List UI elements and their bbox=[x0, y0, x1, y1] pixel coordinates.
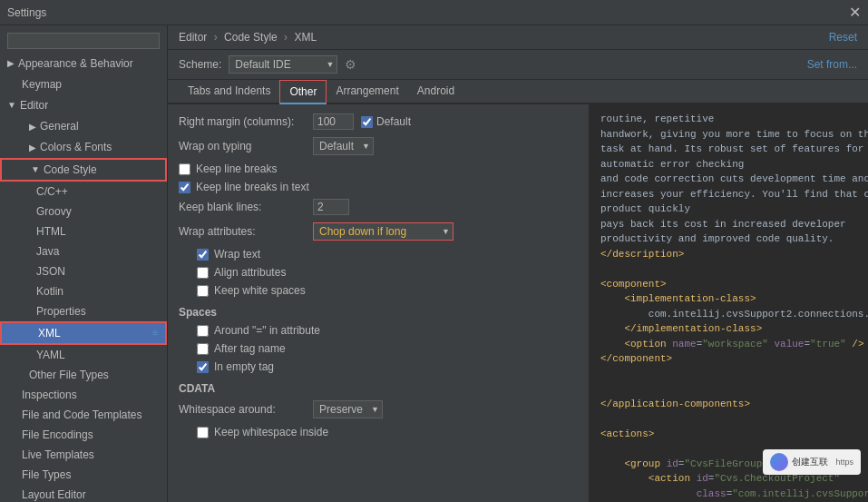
keep-blank-lines-label: Keep blank lines: bbox=[179, 201, 306, 213]
watermark-url: https bbox=[835, 458, 853, 467]
sidebar-item-html[interactable]: HTML bbox=[0, 221, 167, 241]
code-line-4: automatic error checking bbox=[600, 157, 857, 172]
whitespace-around-label: Whitespace around: bbox=[179, 403, 306, 416]
keep-line-breaks-checkbox[interactable] bbox=[179, 163, 190, 175]
arrow-icon-general: ▶ bbox=[29, 122, 36, 132]
tab-tabs-indents[interactable]: Tabs and Indents bbox=[179, 80, 279, 104]
sidebar-item-other-file-types[interactable]: Other File Types bbox=[0, 365, 167, 385]
sidebar-item-properties[interactable]: Properties bbox=[0, 301, 167, 321]
right-margin-input[interactable] bbox=[313, 113, 354, 130]
code-line-7: product quickly bbox=[600, 202, 857, 217]
titlebar: Settings ✕ bbox=[0, 0, 868, 25]
breadcrumb-sep2: › bbox=[284, 31, 288, 44]
wrap-text-label: Wrap text bbox=[214, 248, 260, 261]
wrap-attributes-row: Wrap attributes: Chop down if long Do no… bbox=[179, 222, 578, 241]
sidebar-item-editor[interactable]: ▼ Editor bbox=[0, 94, 167, 116]
code-line-14: </implementation-class> bbox=[600, 321, 857, 337]
keep-whitespace-inside-label: Keep whitespace inside bbox=[214, 426, 328, 438]
xml-indicator: ≡ bbox=[152, 325, 158, 341]
keep-white-spaces-label: Keep white spaces bbox=[214, 284, 306, 297]
whitespace-around-select-wrapper: Preserve bbox=[313, 400, 383, 418]
breadcrumb-xml: XML bbox=[294, 31, 317, 44]
wrap-attributes-select-wrapper: Chop down if long Do not wrap Wrap if lo… bbox=[313, 222, 454, 241]
sidebar-item-appearance[interactable]: ▶ Appearance & Behavior bbox=[0, 53, 167, 74]
watermark-icon bbox=[770, 453, 788, 471]
breadcrumb: Editor › Code Style › XML bbox=[179, 31, 317, 44]
in-empty-tag-checkbox[interactable] bbox=[197, 361, 209, 373]
align-attributes-checkbox[interactable] bbox=[197, 267, 209, 279]
sidebar-item-java[interactable]: Java bbox=[0, 241, 167, 261]
code-line-10: </description> bbox=[600, 247, 857, 262]
code-line-8: pays back its cost in increased develope… bbox=[600, 217, 857, 232]
wrap-attributes-select[interactable]: Chop down if long Do not wrap Wrap if lo… bbox=[313, 222, 454, 241]
sidebar-item-live-templates[interactable]: Live Templates bbox=[0, 445, 167, 465]
code-line-12: <implementation-class> bbox=[600, 291, 857, 307]
keep-line-breaks-text-label: Keep line breaks in text bbox=[196, 181, 309, 193]
code-line-blank1 bbox=[600, 261, 857, 277]
code-preview: routine, repetitive handwork, giving you… bbox=[590, 104, 868, 502]
code-line-blank4 bbox=[600, 411, 857, 427]
arrow-icon-colors: ▶ bbox=[29, 143, 36, 153]
tab-other[interactable]: Other bbox=[279, 80, 327, 104]
breadcrumb-sep1: › bbox=[214, 31, 218, 44]
close-button[interactable]: ✕ bbox=[849, 5, 861, 20]
whitespace-around-select[interactable]: Preserve bbox=[313, 400, 383, 418]
cdata-section-title: CDATA bbox=[179, 382, 578, 395]
sidebar-item-general[interactable]: ▶General bbox=[0, 116, 167, 137]
breadcrumb-editor: Editor bbox=[179, 31, 207, 44]
breadcrumb-code-style: Code Style bbox=[224, 31, 278, 44]
code-line-blank2 bbox=[600, 367, 857, 382]
code-line-6: increases your efficiency. You'll find t… bbox=[600, 187, 857, 202]
right-margin-default-label: Default bbox=[376, 115, 411, 128]
wrap-on-typing-select[interactable]: Default bbox=[313, 137, 374, 155]
sidebar-item-colors-fonts[interactable]: ▶Colors & Fonts bbox=[0, 137, 167, 158]
sidebar: ▶ Appearance & Behavior Keymap ▼ Editor … bbox=[0, 25, 168, 502]
arrow-icon: ▶ bbox=[7, 55, 15, 72]
sidebar-item-groovy[interactable]: Groovy bbox=[0, 202, 167, 221]
sidebar-item-file-types[interactable]: File Types bbox=[0, 465, 167, 485]
sidebar-item-xml[interactable]: XML ≡ bbox=[0, 321, 167, 345]
tab-arrangement[interactable]: Arrangement bbox=[327, 80, 407, 104]
keep-line-breaks-text-checkbox[interactable] bbox=[179, 182, 190, 193]
keep-line-breaks-label: Keep line breaks bbox=[196, 162, 277, 175]
set-from-link[interactable]: Set from... bbox=[807, 58, 857, 71]
sidebar-item-keymap[interactable]: Keymap bbox=[0, 74, 167, 94]
gear-icon[interactable]: ⚙ bbox=[345, 57, 356, 72]
keep-white-spaces-checkbox[interactable] bbox=[197, 285, 209, 297]
sidebar-item-layout-editor[interactable]: Layout Editor bbox=[0, 485, 167, 502]
settings-panel: Right margin (columns): Default Wrap on … bbox=[168, 104, 590, 502]
sidebar-item-file-code-templates[interactable]: File and Code Templates bbox=[0, 405, 167, 425]
reset-button[interactable]: Reset bbox=[829, 31, 857, 44]
keep-blank-lines-input[interactable] bbox=[313, 199, 349, 215]
after-tag-name-checkbox[interactable] bbox=[197, 343, 209, 355]
sidebar-search-input[interactable] bbox=[7, 33, 160, 49]
sidebar-item-code-style[interactable]: ▼Code Style bbox=[0, 158, 167, 182]
wrap-text-checkbox[interactable] bbox=[197, 249, 209, 261]
after-tag-name-label: After tag name bbox=[214, 342, 286, 355]
code-line-1: routine, repetitive bbox=[600, 112, 857, 127]
around-eq-checkbox[interactable] bbox=[197, 325, 209, 337]
code-line-17: </application-components> bbox=[600, 397, 857, 412]
sidebar-item-kotlin[interactable]: Kotlin bbox=[0, 281, 167, 301]
wrap-text-row: Wrap text bbox=[179, 248, 578, 261]
watermark-text: 创建互联 bbox=[792, 456, 828, 468]
around-eq-row: Around "=" in attribute bbox=[179, 324, 578, 337]
right-margin-default-checkbox[interactable] bbox=[361, 116, 373, 128]
code-line-16: </component> bbox=[600, 351, 857, 367]
right-margin-default-container: Default bbox=[361, 115, 411, 128]
wrap-on-typing-select-wrapper: Default bbox=[313, 137, 374, 155]
sidebar-item-inspections[interactable]: Inspections bbox=[0, 385, 167, 405]
sidebar-item-file-encodings[interactable]: File Encodings bbox=[0, 425, 167, 445]
sidebar-item-json[interactable]: JSON bbox=[0, 261, 167, 281]
watermark: 创建互联 https bbox=[763, 449, 861, 475]
sidebar-item-c-cpp[interactable]: C/C++ bbox=[0, 182, 167, 202]
keep-blank-lines-row: Keep blank lines: bbox=[179, 199, 578, 215]
tab-android[interactable]: Android bbox=[408, 80, 463, 104]
right-margin-row: Right margin (columns): Default bbox=[179, 113, 578, 130]
scheme-select[interactable]: Default IDE bbox=[229, 55, 337, 74]
sidebar-item-yaml[interactable]: YAML bbox=[0, 345, 167, 365]
code-line-15: <option name="workspace" value="true" /> bbox=[600, 337, 857, 352]
keep-line-breaks-text-row: Keep line breaks in text bbox=[179, 181, 578, 193]
keep-whitespace-inside-checkbox[interactable] bbox=[197, 427, 209, 438]
wrap-on-typing-label: Wrap on typing bbox=[179, 140, 306, 153]
